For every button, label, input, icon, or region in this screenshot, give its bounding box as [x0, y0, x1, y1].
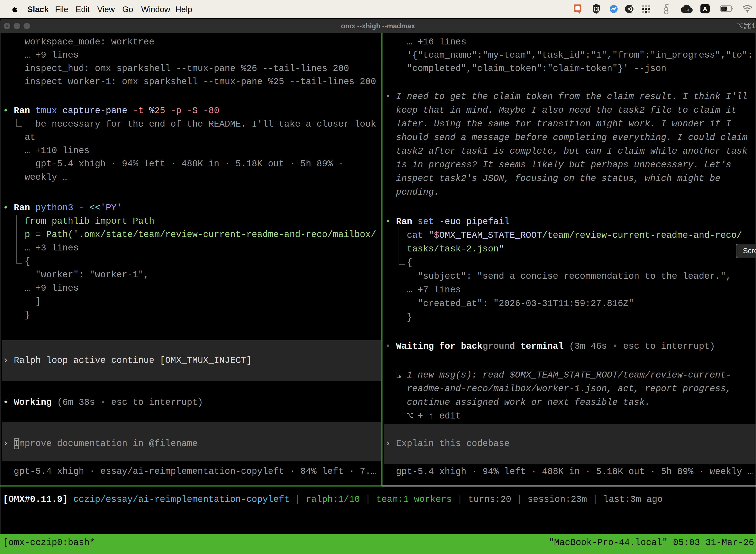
svg-text:..61: ..61	[683, 8, 690, 12]
svg-text:A: A	[703, 5, 707, 12]
